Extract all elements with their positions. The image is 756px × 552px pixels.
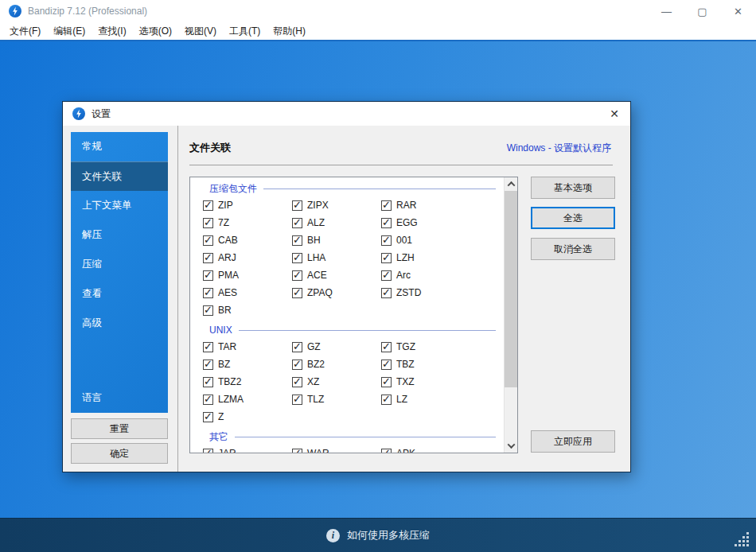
format-label: ZIP: [218, 200, 233, 211]
format-checkbox-ZSTD[interactable]: ZSTD: [381, 287, 470, 298]
checkbox-icon: [203, 449, 213, 453]
format-checkbox-RAR[interactable]: RAR: [381, 200, 470, 211]
format-checkbox-ACE[interactable]: ACE: [292, 270, 381, 281]
multicore-help-link[interactable]: i 如何使用多核压缩: [326, 528, 430, 542]
menu-item-3[interactable]: 选项(O): [133, 22, 178, 40]
sidebar-item-文件关联[interactable]: 文件关联: [71, 161, 168, 191]
format-checkbox-TAR[interactable]: TAR: [203, 341, 292, 352]
format-checkbox-LZH[interactable]: LZH: [381, 252, 470, 263]
checkbox-icon: [203, 200, 213, 211]
windows-default-programs-link[interactable]: Windows - 设置默认程序: [507, 142, 611, 155]
format-label: GZ: [307, 341, 321, 352]
format-label: TLZ: [307, 394, 324, 405]
format-checkbox-TGZ[interactable]: TGZ: [381, 341, 470, 352]
dialog-close-icon[interactable]: ✕: [598, 102, 630, 126]
format-checkbox-TBZ[interactable]: TBZ: [381, 359, 470, 370]
format-checkbox-TXZ[interactable]: TXZ: [381, 376, 470, 387]
format-checkbox-CAB[interactable]: CAB: [203, 235, 292, 246]
format-checkbox-Z[interactable]: Z: [203, 411, 292, 422]
format-label: WAR: [307, 448, 329, 453]
format-label: ALZ: [307, 217, 325, 228]
sidebar-item-查看[interactable]: 查看: [71, 279, 168, 309]
settings-dialog: 设置 ✕ 常规文件关联上下文菜单解压压缩查看高级语言 重置 确定 文件关联 Wi…: [62, 101, 631, 472]
format-checkbox-WAR[interactable]: WAR: [292, 448, 381, 453]
format-checkbox-JAR[interactable]: JAR: [203, 448, 292, 453]
scrollbar[interactable]: [504, 177, 517, 453]
sidebar-item-常规[interactable]: 常规: [71, 132, 168, 161]
format-checkbox-ZIP[interactable]: ZIP: [203, 200, 292, 211]
minimize-button[interactable]: —: [649, 0, 684, 22]
checkbox-icon: [292, 360, 302, 370]
menu-item-6[interactable]: 帮助(H): [267, 22, 312, 40]
window-caption-buttons: — ▢ ✕: [649, 0, 756, 22]
sidebar-item-上下文菜单[interactable]: 上下文菜单: [71, 191, 168, 220]
format-checkbox-ALZ[interactable]: ALZ: [292, 217, 381, 228]
menu-item-2[interactable]: 查找(I): [92, 22, 132, 40]
sidebar-item-高级[interactable]: 高级: [71, 309, 168, 338]
format-checkbox-TBZ2[interactable]: TBZ2: [203, 376, 292, 387]
bandizip-window: Bandizip 7.12 (Professional) — ▢ ✕ 文件(F)…: [0, 0, 756, 552]
menu-bar: 文件(F)编辑(E)查找(I)选项(O)视图(V)工具(T)帮助(H): [0, 22, 756, 40]
format-checkbox-APK[interactable]: APK: [381, 448, 470, 453]
format-label: TXZ: [396, 376, 415, 387]
bandizip-app-icon: [9, 5, 21, 17]
ok-button[interactable]: 确定: [71, 443, 168, 464]
format-checkbox-7Z[interactable]: 7Z: [203, 217, 292, 228]
format-checkbox-ARJ[interactable]: ARJ: [203, 252, 292, 263]
deselect-all-button[interactable]: 取消全选: [531, 238, 615, 260]
scroll-down-icon[interactable]: [505, 439, 518, 453]
format-label: Arc: [396, 270, 411, 281]
checkbox-icon: [203, 377, 213, 387]
checkbox-icon: [292, 449, 302, 453]
format-label: AES: [218, 287, 237, 298]
checkbox-icon: [381, 342, 392, 352]
format-checkbox-EGG[interactable]: EGG: [381, 217, 470, 228]
select-all-button[interactable]: 全选: [531, 207, 615, 229]
checkbox-icon: [203, 218, 213, 228]
window-titlebar: Bandizip 7.12 (Professional) — ▢ ✕: [0, 0, 756, 22]
format-checkbox-GZ[interactable]: GZ: [292, 341, 381, 352]
format-label: TAR: [218, 341, 236, 352]
maximize-button[interactable]: ▢: [684, 0, 720, 22]
sidebar-item-解压[interactable]: 解压: [71, 220, 168, 250]
format-checkbox-LHA[interactable]: LHA: [292, 252, 381, 263]
sidebar-item-语言[interactable]: 语言: [71, 383, 168, 413]
format-checkbox-LZMA[interactable]: LZMA: [203, 394, 292, 405]
format-checkbox-XZ[interactable]: XZ: [292, 376, 381, 387]
menu-item-0[interactable]: 文件(F): [3, 22, 47, 40]
format-label: RAR: [396, 200, 416, 211]
sidebar-item-压缩[interactable]: 压缩: [71, 250, 168, 279]
format-checkbox-001[interactable]: 001: [381, 235, 470, 246]
checkbox-icon: [203, 360, 213, 370]
checkbox-icon: [203, 288, 213, 298]
resize-grip[interactable]: [735, 532, 750, 547]
checkbox-icon: [292, 270, 302, 281]
format-checkbox-PMA[interactable]: PMA: [203, 270, 292, 281]
close-button[interactable]: ✕: [720, 0, 756, 22]
reset-button[interactable]: 重置: [71, 418, 168, 439]
checkbox-icon: [381, 200, 392, 211]
format-checkbox-BZ2[interactable]: BZ2: [292, 359, 381, 370]
status-bar: i 如何使用多核压缩: [0, 518, 756, 552]
scroll-up-icon[interactable]: [505, 177, 518, 191]
scrollbar-thumb[interactable]: [505, 191, 518, 387]
format-checkbox-ZPAQ[interactable]: ZPAQ: [292, 287, 381, 298]
format-checkbox-BH[interactable]: BH: [292, 235, 381, 246]
basic-options-button[interactable]: 基本选项: [531, 177, 615, 199]
format-checkbox-Arc[interactable]: Arc: [381, 270, 470, 281]
window-title: Bandizip 7.12 (Professional): [28, 6, 147, 17]
vertical-divider: [177, 126, 178, 472]
checkbox-icon: [292, 395, 302, 405]
format-checkbox-ZIPX[interactable]: ZIPX: [292, 200, 381, 211]
format-checkbox-AES[interactable]: AES: [203, 287, 292, 298]
menu-item-5[interactable]: 工具(T): [223, 22, 267, 40]
format-checkbox-BR[interactable]: BR: [203, 305, 292, 316]
format-checkbox-LZ[interactable]: LZ: [381, 394, 470, 405]
apply-now-button[interactable]: 立即应用: [531, 430, 615, 453]
format-row: JARWARAPK: [190, 445, 504, 453]
menu-item-1[interactable]: 编辑(E): [47, 22, 92, 40]
format-label: JAR: [218, 448, 236, 453]
format-checkbox-TLZ[interactable]: TLZ: [292, 394, 381, 405]
format-checkbox-BZ[interactable]: BZ: [203, 359, 292, 370]
menu-item-4[interactable]: 视图(V): [178, 22, 223, 40]
